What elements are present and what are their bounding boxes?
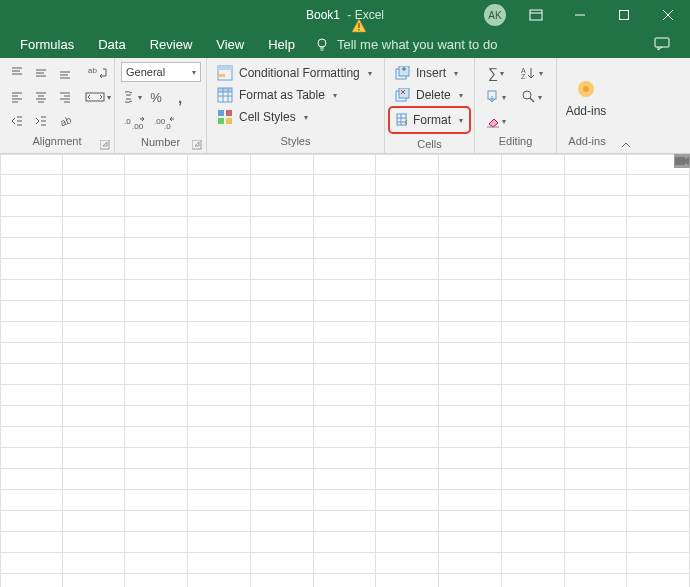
decrease-indent-button[interactable] [6, 110, 28, 132]
grid-cell[interactable] [63, 322, 126, 343]
grid-cell[interactable] [439, 574, 502, 587]
grid-cell[interactable] [0, 385, 63, 406]
tab-view[interactable]: View [204, 30, 256, 58]
grid-cell[interactable] [565, 259, 628, 280]
grid-cell[interactable] [376, 259, 439, 280]
grid-cell[interactable] [0, 553, 63, 574]
grid-cell[interactable] [314, 469, 377, 490]
grid-cell[interactable] [439, 448, 502, 469]
grid-cell[interactable] [188, 175, 251, 196]
grid-cell[interactable] [63, 448, 126, 469]
grid-cell[interactable] [125, 196, 188, 217]
grid-cell[interactable] [63, 259, 126, 280]
grid-cell[interactable] [376, 343, 439, 364]
user-avatar[interactable]: AK [484, 4, 506, 26]
grid-cell[interactable] [188, 553, 251, 574]
grid-cell[interactable] [63, 154, 126, 175]
tab-formulas[interactable]: Formulas [8, 30, 86, 58]
grid-cell[interactable] [376, 490, 439, 511]
grid-cell[interactable] [0, 574, 63, 587]
grid-cell[interactable] [0, 301, 63, 322]
grid-cell[interactable] [439, 154, 502, 175]
minimize-button[interactable] [558, 0, 602, 30]
grid-cell[interactable] [627, 532, 690, 553]
grid-cell[interactable] [565, 532, 628, 553]
grid-cell[interactable] [439, 301, 502, 322]
fill-button[interactable]: ▾ [481, 86, 511, 108]
grid-cell[interactable] [502, 280, 565, 301]
grid-cell[interactable] [314, 385, 377, 406]
grid-cell[interactable] [251, 574, 314, 587]
grid-cell[interactable] [251, 343, 314, 364]
grid-cell[interactable] [565, 175, 628, 196]
grid-cell[interactable] [502, 553, 565, 574]
grid-cell[interactable] [376, 406, 439, 427]
grid-cell[interactable] [439, 406, 502, 427]
grid-cell[interactable] [502, 406, 565, 427]
grid-cell[interactable] [0, 364, 63, 385]
grid-cell[interactable] [0, 196, 63, 217]
grid-cell[interactable] [63, 553, 126, 574]
grid-cell[interactable] [439, 511, 502, 532]
grid-cell[interactable] [188, 217, 251, 238]
grid-cell[interactable] [188, 448, 251, 469]
grid-cell[interactable] [125, 154, 188, 175]
grid-cell[interactable] [627, 301, 690, 322]
grid-cell[interactable] [188, 364, 251, 385]
grid-cell[interactable] [627, 490, 690, 511]
grid-cell[interactable] [376, 427, 439, 448]
tab-review[interactable]: Review [138, 30, 205, 58]
insert-cells-button[interactable]: Insert▾ [388, 62, 471, 84]
grid-cell[interactable] [627, 217, 690, 238]
align-bottom-button[interactable] [54, 62, 76, 84]
grid-cell[interactable] [125, 490, 188, 511]
grid-cell[interactable] [502, 448, 565, 469]
grid-cell[interactable] [188, 154, 251, 175]
grid-cell[interactable] [188, 343, 251, 364]
grid-cell[interactable] [125, 553, 188, 574]
grid-cell[interactable] [0, 406, 63, 427]
grid-cell[interactable] [188, 259, 251, 280]
grid-cell[interactable] [502, 385, 565, 406]
grid-cell[interactable] [565, 154, 628, 175]
grid-cell[interactable] [63, 532, 126, 553]
grid-cell[interactable] [63, 238, 126, 259]
align-center-button[interactable] [30, 86, 52, 108]
grid-cell[interactable] [314, 175, 377, 196]
grid-cell[interactable] [63, 364, 126, 385]
dialog-launcher-number[interactable] [192, 140, 202, 150]
grid-cell[interactable] [376, 280, 439, 301]
grid-cell[interactable] [251, 196, 314, 217]
grid-cell[interactable] [502, 364, 565, 385]
grid-cell[interactable] [0, 154, 63, 175]
grid-cell[interactable] [439, 469, 502, 490]
grid-cell[interactable] [0, 280, 63, 301]
grid-cell[interactable] [565, 322, 628, 343]
grid-cell[interactable] [376, 553, 439, 574]
grid-cell[interactable] [251, 448, 314, 469]
grid-cell[interactable] [125, 532, 188, 553]
grid-cell[interactable] [63, 427, 126, 448]
percent-format-button[interactable]: % [145, 86, 167, 108]
grid-cell[interactable] [0, 238, 63, 259]
grid-cell[interactable] [0, 175, 63, 196]
grid-cell[interactable] [251, 427, 314, 448]
grid-cell[interactable] [0, 259, 63, 280]
format-cells-button[interactable]: Format▾ [390, 109, 469, 131]
grid-cell[interactable] [565, 574, 628, 587]
collapse-ribbon-button[interactable] [617, 58, 635, 153]
tab-data[interactable]: Data [86, 30, 137, 58]
grid-cell[interactable] [314, 238, 377, 259]
grid-cell[interactable] [439, 385, 502, 406]
grid-cell[interactable] [439, 343, 502, 364]
increase-indent-button[interactable] [30, 110, 52, 132]
grid-cell[interactable] [125, 406, 188, 427]
grid-cell[interactable] [0, 469, 63, 490]
grid-cell[interactable] [63, 490, 126, 511]
comments-button[interactable] [642, 37, 682, 51]
clear-button[interactable]: ▾ [481, 110, 511, 132]
grid-cell[interactable] [376, 196, 439, 217]
increase-decimal-button[interactable]: .0.00 [121, 112, 149, 134]
grid-cell[interactable] [188, 574, 251, 587]
grid-cell[interactable] [376, 217, 439, 238]
